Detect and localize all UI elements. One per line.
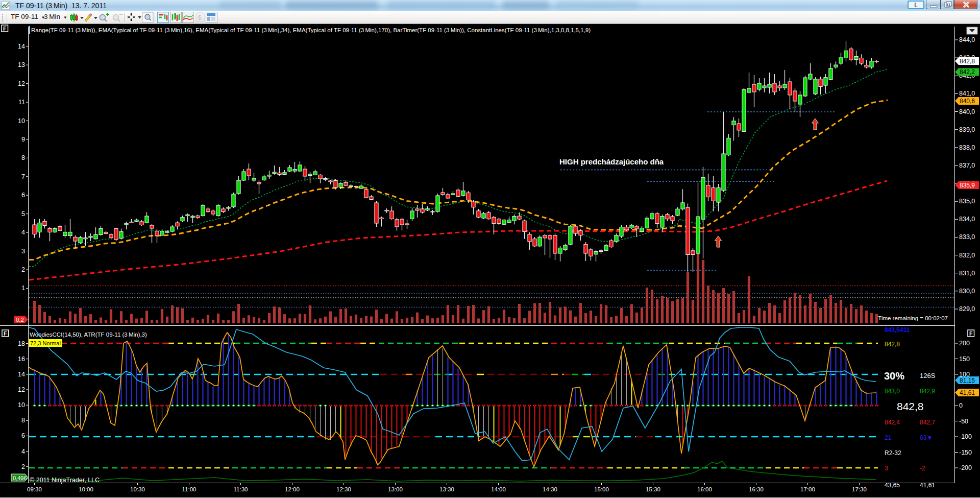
svg-text:0: 0 — [959, 402, 963, 409]
svg-text:13: 13 — [18, 61, 25, 68]
svg-text:8: 8 — [21, 417, 25, 424]
svg-text:21: 21 — [885, 434, 892, 441]
svg-text:1: 1 — [21, 284, 25, 292]
svg-text:9: 9 — [21, 136, 25, 143]
svg-text:© 2011 NinjaTrader, LLC: © 2011 NinjaTrader, LLC — [30, 477, 100, 484]
svg-text:12:30: 12:30 — [336, 486, 351, 492]
svg-text:-50: -50 — [959, 418, 968, 425]
svg-text:30%: 30% — [884, 370, 904, 382]
svg-text:842,8: 842,8 — [960, 58, 975, 65]
svg-text:834,0: 834,0 — [959, 216, 975, 223]
svg-text:6: 6 — [21, 192, 25, 199]
svg-text:14: 14 — [18, 371, 25, 378]
svg-text:15:30: 15:30 — [646, 486, 660, 492]
svg-text:-150: -150 — [959, 449, 972, 456]
svg-text:0,496: 0,496 — [13, 475, 27, 481]
svg-text:200: 200 — [959, 340, 970, 347]
svg-text:10: 10 — [18, 401, 25, 409]
svg-text:7: 7 — [21, 173, 25, 180]
svg-text:-200: -200 — [959, 464, 972, 471]
svg-text:2: 2 — [21, 463, 25, 470]
svg-text:Range(TF 09-11 (3 Min)), EMA(T: Range(TF 09-11 (3 Min)), EMA(Typical of … — [31, 27, 591, 33]
svg-text:150: 150 — [959, 355, 970, 363]
svg-text:4: 4 — [21, 229, 25, 236]
svg-text:41,61: 41,61 — [920, 482, 935, 489]
svg-text:3: 3 — [885, 465, 888, 472]
svg-text:829,0: 829,0 — [959, 305, 975, 313]
svg-text:14:00: 14:00 — [491, 486, 506, 492]
svg-text:16: 16 — [18, 355, 25, 363]
svg-text:12: 12 — [18, 386, 25, 393]
svg-text:2: 2 — [21, 266, 25, 273]
svg-text:842,9: 842,9 — [920, 388, 935, 395]
svg-text:11:00: 11:00 — [182, 486, 197, 492]
svg-text:832,0: 832,0 — [959, 252, 975, 259]
svg-text:840,0: 840,0 — [959, 108, 975, 115]
svg-text:13:00: 13:00 — [388, 486, 403, 492]
svg-text:14:30: 14:30 — [543, 486, 557, 492]
svg-text:841,0: 841,0 — [959, 90, 975, 97]
svg-text:8: 8 — [21, 154, 25, 161]
svg-text:843,0: 843,0 — [885, 388, 900, 395]
svg-text:17:00: 17:00 — [800, 486, 815, 492]
svg-text:F: F — [3, 26, 7, 32]
svg-text:Time remaining = 00:02:07: Time remaining = 00:02:07 — [878, 315, 948, 321]
svg-text:17:30: 17:30 — [852, 486, 867, 492]
svg-text:14: 14 — [18, 43, 25, 50]
svg-text:842,4: 842,4 — [885, 419, 900, 426]
svg-text:81,15: 81,15 — [960, 377, 975, 384]
svg-text:842,8: 842,8 — [885, 341, 900, 348]
svg-text:10:30: 10:30 — [130, 486, 145, 492]
svg-text:-100: -100 — [959, 433, 972, 440]
svg-text:63▼: 63▼ — [920, 434, 933, 441]
svg-text:43,65: 43,65 — [885, 482, 900, 489]
svg-text:830,0: 830,0 — [959, 288, 975, 295]
svg-text:18: 18 — [18, 340, 25, 347]
svg-text:842,7: 842,7 — [920, 419, 935, 426]
svg-text:839,0: 839,0 — [959, 126, 975, 133]
svg-text:WoodiesCCI(14,50), ATR(TF 09-1: WoodiesCCI(14,50), ATR(TF 09-11 (3 Min),… — [30, 331, 147, 338]
svg-text:0,2: 0,2 — [16, 317, 24, 323]
svg-text:16:30: 16:30 — [749, 486, 764, 492]
svg-text:3: 3 — [21, 248, 25, 255]
svg-text:10:00: 10:00 — [79, 486, 93, 492]
svg-text:09:30: 09:30 — [27, 486, 42, 492]
svg-text:F: F — [969, 330, 973, 337]
svg-text:5: 5 — [21, 210, 25, 218]
svg-text:844,0: 844,0 — [959, 36, 975, 43]
svg-text:41,61: 41,61 — [960, 389, 975, 396]
svg-text:R2-32: R2-32 — [885, 449, 901, 457]
svg-text:4: 4 — [21, 448, 25, 455]
svg-text:842,8: 842,8 — [897, 400, 924, 412]
svg-text:-2: -2 — [920, 465, 925, 472]
svg-text:842,2: 842,2 — [960, 68, 975, 76]
svg-text:16:00: 16:00 — [697, 486, 712, 492]
svg-text:13:30: 13:30 — [439, 486, 454, 492]
svg-text:126S: 126S — [920, 372, 936, 380]
svg-text:837,0: 837,0 — [959, 162, 975, 169]
svg-text:831,0: 831,0 — [959, 270, 975, 277]
svg-text:12: 12 — [18, 80, 25, 87]
svg-text:833,0: 833,0 — [959, 233, 975, 241]
svg-text:10: 10 — [18, 117, 25, 125]
svg-text:835,9: 835,9 — [960, 182, 975, 189]
svg-text:6: 6 — [21, 432, 25, 439]
svg-text:843,5411: 843,5411 — [885, 326, 910, 334]
svg-text:840,6: 840,6 — [960, 98, 975, 105]
svg-text:835,0: 835,0 — [959, 198, 975, 205]
svg-text:11:30: 11:30 — [234, 486, 248, 492]
svg-text:72,3 Normal: 72,3 Normal — [30, 340, 61, 346]
svg-text:12:00: 12:00 — [285, 486, 300, 492]
svg-text:HIGH predchádzajúceho dňa: HIGH predchádzajúceho dňa — [559, 157, 664, 166]
svg-text:15:00: 15:00 — [594, 486, 609, 492]
svg-text:F: F — [4, 330, 7, 337]
svg-text:838,0: 838,0 — [959, 144, 975, 151]
svg-text:11: 11 — [18, 99, 25, 106]
